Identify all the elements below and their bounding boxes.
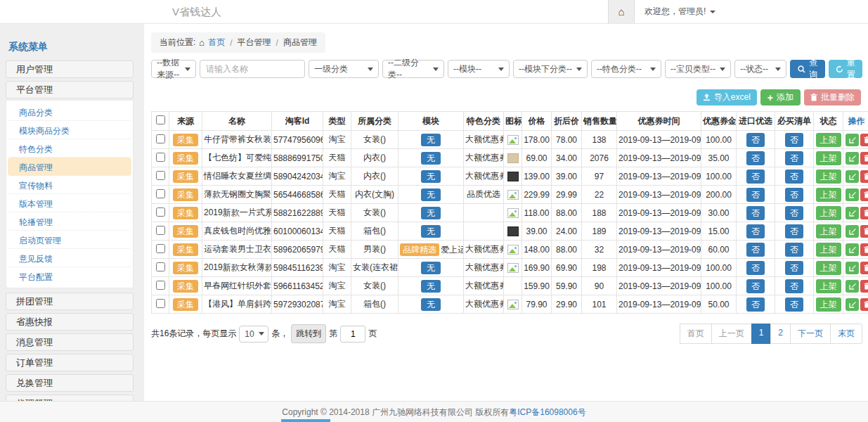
- page-button[interactable]: 上一页: [711, 324, 752, 344]
- row-checkbox[interactable]: [156, 134, 165, 143]
- name-search-input[interactable]: [200, 60, 305, 78]
- sidebar-group-item[interactable]: 平台管理: [6, 81, 134, 98]
- delete-button[interactable]: [860, 243, 868, 256]
- delete-button[interactable]: [860, 225, 868, 238]
- sidebar-group-item[interactable]: 订单管理: [6, 354, 134, 371]
- status-toggle[interactable]: 上架: [816, 243, 841, 257]
- delete-button[interactable]: [860, 262, 868, 274]
- must-buy-toggle[interactable]: 否: [785, 279, 803, 293]
- sidebar-submenu-item[interactable]: 版本管理: [8, 194, 131, 212]
- import-select-toggle[interactable]: 否: [746, 243, 765, 257]
- status-toggle[interactable]: 上架: [816, 279, 841, 293]
- status-toggle[interactable]: 上架: [816, 261, 841, 275]
- import-select-toggle[interactable]: 否: [746, 261, 765, 275]
- sidebar-submenu-item[interactable]: 模块商品分类: [8, 121, 131, 139]
- status-toggle[interactable]: 上架: [816, 224, 841, 238]
- sidebar-group-item[interactable]: 省惠快报: [6, 313, 134, 331]
- icp-link[interactable]: 粤ICP备16098006号: [509, 407, 585, 417]
- filter-select[interactable]: --二级分类--: [382, 60, 444, 78]
- select-all-checkbox[interactable]: [156, 115, 165, 124]
- must-buy-toggle[interactable]: 否: [785, 133, 803, 147]
- sidebar-submenu-item[interactable]: 启动页管理: [8, 231, 131, 249]
- edit-button[interactable]: [846, 134, 859, 146]
- delete-button[interactable]: [860, 298, 868, 311]
- edit-button[interactable]: [846, 298, 859, 311]
- sidebar-submenu-item[interactable]: 商品管理: [8, 158, 131, 176]
- edit-button[interactable]: [846, 170, 859, 183]
- status-toggle[interactable]: 上架: [816, 298, 841, 312]
- delete-button[interactable]: [860, 207, 868, 219]
- delete-button[interactable]: [860, 134, 868, 146]
- breadcrumb-home-link[interactable]: 首页: [208, 37, 225, 49]
- row-checkbox[interactable]: [156, 207, 165, 217]
- must-buy-toggle[interactable]: 否: [785, 170, 803, 184]
- row-checkbox[interactable]: [156, 226, 165, 235]
- must-buy-toggle[interactable]: 否: [785, 188, 803, 202]
- import-select-toggle[interactable]: 否: [746, 151, 765, 165]
- per-page-select[interactable]: 10: [239, 326, 268, 343]
- row-checkbox[interactable]: [156, 281, 165, 290]
- sidebar-submenu-item[interactable]: 平台配置: [8, 267, 131, 286]
- edit-button[interactable]: [846, 280, 859, 293]
- filter-select[interactable]: --宝贝类型--: [665, 60, 731, 78]
- edit-button[interactable]: [846, 152, 859, 165]
- delete-button[interactable]: [860, 170, 868, 183]
- filter-select[interactable]: 一级分类: [309, 60, 379, 78]
- search-button[interactable]: 查询: [790, 60, 825, 78]
- must-buy-toggle[interactable]: 否: [785, 261, 803, 275]
- sidebar-group-item[interactable]: 代理管理: [6, 395, 134, 401]
- edit-button[interactable]: [846, 225, 859, 238]
- reset-button[interactable]: 重置: [829, 60, 862, 78]
- sidebar-submenu-item[interactable]: 商品分类: [8, 103, 131, 121]
- filter-select[interactable]: --模块下分类--: [513, 60, 588, 78]
- page-button[interactable]: 末页: [830, 324, 862, 344]
- import-select-toggle[interactable]: 否: [746, 298, 765, 312]
- page-button[interactable]: 2: [770, 324, 791, 344]
- sidebar-group-item[interactable]: 兑换管理: [6, 374, 134, 392]
- must-buy-toggle[interactable]: 否: [785, 243, 803, 257]
- batch-delete-button[interactable]: 批量删除: [804, 89, 861, 106]
- sidebar-submenu-item[interactable]: 特色分类: [8, 139, 131, 158]
- edit-button[interactable]: [846, 262, 859, 274]
- must-buy-toggle[interactable]: 否: [785, 298, 803, 312]
- page-number-input[interactable]: [340, 326, 365, 343]
- data-source-select[interactable]: --数据来源--: [151, 60, 196, 78]
- edit-button[interactable]: [846, 188, 859, 201]
- home-button[interactable]: ⌂: [608, 0, 635, 23]
- page-button[interactable]: 1: [751, 324, 772, 344]
- filter-select[interactable]: --模块--: [448, 60, 510, 78]
- filter-select[interactable]: --状态--: [734, 60, 786, 78]
- must-buy-toggle[interactable]: 否: [785, 224, 803, 238]
- status-toggle[interactable]: 上架: [816, 170, 841, 184]
- sidebar-group-item[interactable]: 用户管理: [6, 60, 134, 78]
- status-toggle[interactable]: 上架: [816, 133, 841, 147]
- delete-button[interactable]: [860, 188, 868, 201]
- page-button[interactable]: 下一页: [790, 324, 831, 344]
- sidebar-submenu-item[interactable]: 意见反馈: [8, 249, 131, 267]
- import-select-toggle[interactable]: 否: [746, 188, 765, 202]
- sidebar-submenu-item[interactable]: 轮播管理: [8, 212, 131, 231]
- status-toggle[interactable]: 上架: [816, 206, 841, 220]
- must-buy-toggle[interactable]: 否: [785, 151, 803, 165]
- sidebar-group-item[interactable]: 消息管理: [6, 333, 134, 351]
- import-select-toggle[interactable]: 否: [746, 279, 765, 293]
- user-menu[interactable]: 欢迎您，管理员!: [635, 0, 725, 23]
- row-checkbox[interactable]: [156, 262, 165, 271]
- sidebar-group-item[interactable]: 拼团管理: [6, 293, 134, 310]
- jump-button[interactable]: 跳转到: [291, 324, 326, 343]
- row-checkbox[interactable]: [156, 244, 165, 253]
- row-checkbox[interactable]: [156, 171, 165, 180]
- import-select-toggle[interactable]: 否: [746, 224, 765, 238]
- import-select-toggle[interactable]: 否: [746, 206, 765, 220]
- row-checkbox[interactable]: [156, 299, 165, 308]
- sidebar-submenu-item[interactable]: 宣传物料: [8, 176, 131, 194]
- delete-button[interactable]: [860, 280, 868, 293]
- row-checkbox[interactable]: [156, 189, 165, 198]
- must-buy-toggle[interactable]: 否: [785, 206, 803, 220]
- page-button[interactable]: 首页: [680, 324, 712, 344]
- import-excel-button[interactable]: 导入excel: [697, 89, 757, 106]
- filter-select[interactable]: --特色分类--: [591, 60, 661, 78]
- row-checkbox[interactable]: [156, 153, 165, 162]
- import-select-toggle[interactable]: 否: [746, 133, 765, 147]
- edit-button[interactable]: [846, 207, 859, 219]
